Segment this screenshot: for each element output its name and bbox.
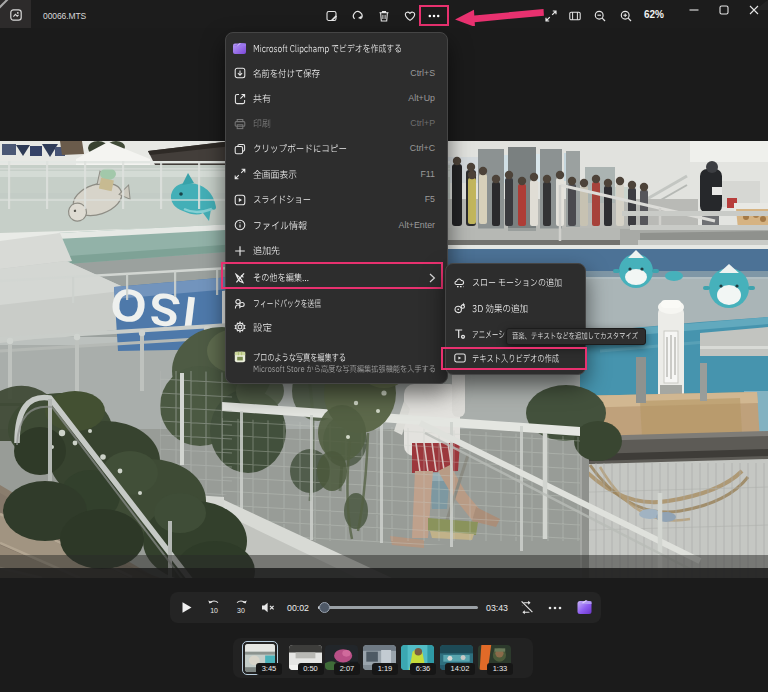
svg-text:10: 10 bbox=[210, 607, 218, 614]
svg-text:30: 30 bbox=[237, 607, 245, 614]
